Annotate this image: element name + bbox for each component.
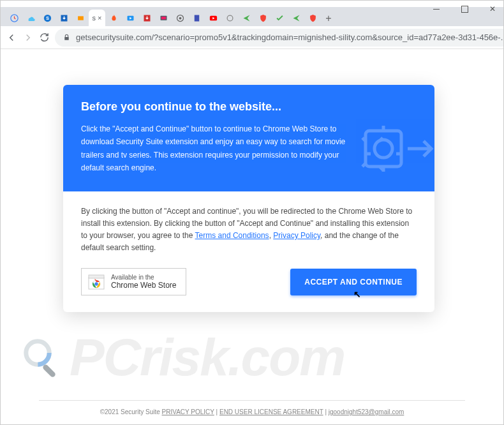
window-minimize-button[interactable] xyxy=(428,3,445,15)
new-tab-button[interactable]: + xyxy=(321,11,336,26)
tab-favicon-target[interactable] xyxy=(172,10,188,26)
svg-rect-26 xyxy=(89,275,104,278)
page-content: PCrisk.com Before you continue to the we… xyxy=(1,49,503,425)
svg-point-28 xyxy=(94,282,98,285)
tab-favicon-play-blue[interactable] xyxy=(122,10,138,26)
tab-favicon-send-green[interactable] xyxy=(238,10,255,26)
magnifier-icon xyxy=(20,335,64,380)
reload-button[interactable] xyxy=(39,30,50,45)
gear-arrow-icon xyxy=(358,117,434,181)
svg-point-23 xyxy=(374,140,392,158)
cws-store-label: Chrome Web Store xyxy=(111,281,177,290)
svg-point-20 xyxy=(26,341,49,364)
tab-favicon-download-red[interactable] xyxy=(138,10,155,26)
footer-sep: | xyxy=(214,408,219,415)
watermark-text: PCrisk.com xyxy=(70,327,345,387)
tab-active[interactable]: s × xyxy=(89,10,105,26)
modal-header: Before you continue to the website... Cl… xyxy=(63,85,434,191)
svg-rect-24 xyxy=(366,131,401,167)
svg-rect-8 xyxy=(161,17,166,19)
cws-available-label: Available in the xyxy=(111,274,154,281)
tab-favicon-tv[interactable] xyxy=(155,10,172,26)
svg-rect-22 xyxy=(42,364,57,378)
tab-favicon-s-blue[interactable]: S xyxy=(39,10,56,26)
footer-privacy-link[interactable]: PRIVACY POLICY xyxy=(162,408,214,415)
tab-favicon-note[interactable] xyxy=(188,10,205,26)
tab-favicon-download-blue[interactable] xyxy=(56,10,72,26)
svg-point-21 xyxy=(26,341,49,364)
consent-modal: Before you continue to the website... Cl… xyxy=(63,85,434,312)
svg-point-10 xyxy=(179,17,181,19)
modal-footer: Available in the Chrome Web Store ACCEPT… xyxy=(63,268,434,312)
svg-point-13 xyxy=(227,15,233,21)
tab-favicon-flame[interactable] xyxy=(105,10,122,26)
window-close-button[interactable] xyxy=(484,3,501,15)
browser-toolbar: getsecuritysuite.com/?scenario=promo5v1&… xyxy=(1,26,503,49)
back-button[interactable] xyxy=(6,30,17,45)
chrome-web-store-badge[interactable]: Available in the Chrome Web Store xyxy=(81,268,186,295)
accept-continue-button[interactable]: ACCEPT AND CONTINUE ↖ xyxy=(290,269,417,295)
tab-active-label: s × xyxy=(93,14,102,22)
window-maximize-button[interactable] xyxy=(456,3,473,15)
modal-intro: Click the "Accept and Continue" button t… xyxy=(81,123,355,175)
footer-sep2: | xyxy=(323,408,329,415)
footer-copyright: ©2021 Security Suite xyxy=(100,408,162,415)
address-bar[interactable]: getsecuritysuite.com/?scenario=promo5v1&… xyxy=(55,29,504,47)
lock-icon xyxy=(63,33,71,41)
forward-button[interactable] xyxy=(22,30,34,45)
tab-favicon-send-green2[interactable] xyxy=(288,10,304,26)
tab-favicon-shield-red2[interactable] xyxy=(304,10,321,26)
tab-favicon-orange[interactable] xyxy=(72,10,89,26)
url-text: getsecuritysuite.com/?scenario=promo5v1&… xyxy=(76,33,504,42)
modal-body: By clicking the button of "Accept and co… xyxy=(63,191,434,269)
terms-link[interactable]: Terms and Conditions xyxy=(195,231,269,240)
svg-rect-4 xyxy=(78,16,84,20)
chrome-store-icon xyxy=(88,274,105,290)
accept-label: ACCEPT AND CONTINUE xyxy=(304,278,403,287)
page-footer: ©2021 Security Suite PRIVACY POLICY | EN… xyxy=(39,400,465,415)
modal-title: Before you continue to the website... xyxy=(81,100,417,114)
svg-rect-11 xyxy=(194,15,199,21)
tab-favicon-google[interactable] xyxy=(6,10,22,26)
cursor-icon: ↖ xyxy=(353,289,362,299)
footer-eula-link[interactable]: END USER LICENSE AGREEMENT xyxy=(219,408,323,415)
watermark: PCrisk.com xyxy=(20,327,345,387)
tab-favicon-check-green[interactable] xyxy=(271,10,288,26)
tab-favicon-youtube[interactable] xyxy=(205,10,221,26)
svg-text:S: S xyxy=(46,16,49,20)
tab-favicon-shield-red1[interactable] xyxy=(255,10,271,26)
tab-favicon-cloud[interactable] xyxy=(22,10,39,26)
svg-rect-14 xyxy=(64,37,69,40)
privacy-link[interactable]: Privacy Policy xyxy=(273,231,320,240)
tab-favicon-dot1[interactable] xyxy=(221,10,238,26)
footer-email-link[interactable]: jgoodnight523@gmail.com xyxy=(329,408,404,415)
